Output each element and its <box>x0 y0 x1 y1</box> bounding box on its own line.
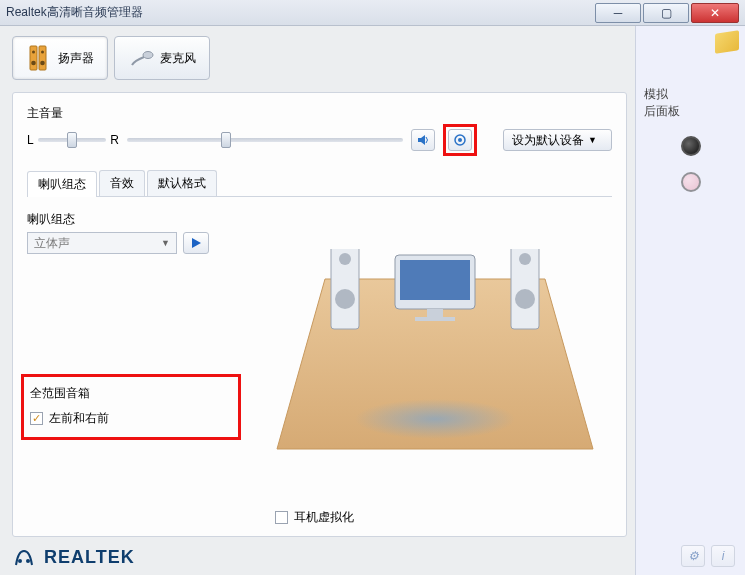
subtab-speaker-config[interactable]: 喇叭组态 <box>27 171 97 197</box>
main-volume-label: 主音量 <box>27 105 612 122</box>
sound-effects-button[interactable] <box>448 129 472 151</box>
headphone-virt-checkbox[interactable] <box>275 511 288 524</box>
jack-mic[interactable] <box>681 172 701 192</box>
speaker-config-select[interactable]: 立体声 ▼ <box>27 232 177 254</box>
svg-point-16 <box>515 289 535 309</box>
balance-slider[interactable]: L R <box>27 133 119 147</box>
info-button[interactable]: i <box>711 545 735 567</box>
svg-point-6 <box>143 52 153 59</box>
equalizer-icon <box>453 133 467 147</box>
side-label-rear: 后面板 <box>644 103 737 120</box>
svg-point-4 <box>31 61 36 66</box>
close-button[interactable]: ✕ <box>691 3 739 23</box>
volume-slider[interactable] <box>127 138 403 142</box>
main-volume-row: L R 设为默 <box>27 124 612 156</box>
svg-point-12 <box>339 253 351 265</box>
front-lr-checkbox[interactable] <box>30 412 43 425</box>
advanced-button[interactable]: ⚙ <box>681 545 705 567</box>
jack-lineout[interactable] <box>681 136 701 156</box>
full-range-title: 全范围音箱 <box>30 385 208 402</box>
speaker-config-value: 立体声 <box>34 235 70 252</box>
folder-icon[interactable] <box>715 30 739 53</box>
svg-rect-18 <box>400 260 470 300</box>
speaker-icon <box>26 43 52 73</box>
tab-speakers[interactable]: 扬声器 <box>12 36 108 80</box>
svg-point-8 <box>458 138 462 142</box>
minimize-button[interactable]: ─ <box>595 3 641 23</box>
test-play-button[interactable] <box>183 232 209 254</box>
headphone-virt-label: 耳机虚拟化 <box>294 509 354 526</box>
balance-left-label: L <box>27 133 34 147</box>
balance-right-label: R <box>110 133 119 147</box>
brand-bar: REALTEK <box>12 545 627 569</box>
microphone-icon <box>128 43 154 73</box>
svg-point-3 <box>41 51 44 54</box>
content-area: 喇叭组态 立体声 ▼ 全范围音箱 <box>27 197 612 530</box>
svg-rect-0 <box>30 46 37 70</box>
room-illustration <box>275 249 595 489</box>
svg-rect-1 <box>39 46 46 70</box>
tab-speakers-label: 扬声器 <box>58 50 94 67</box>
svg-point-13 <box>335 289 355 309</box>
mute-button[interactable] <box>411 129 435 151</box>
svg-point-15 <box>519 253 531 265</box>
main-panel: 主音量 L R <box>12 92 627 537</box>
side-label-analog: 模拟 <box>644 86 737 103</box>
play-icon <box>190 237 202 249</box>
svg-point-21 <box>18 559 22 563</box>
chevron-down-icon: ▼ <box>588 135 597 145</box>
svg-point-10 <box>355 399 515 439</box>
svg-point-2 <box>32 51 35 54</box>
svg-rect-20 <box>415 317 455 321</box>
chevron-down-icon: ▼ <box>161 238 170 248</box>
sound-icon <box>416 133 430 147</box>
sub-tabs: 喇叭组态 音效 默认格式 <box>27 170 612 197</box>
tab-microphone[interactable]: 麦克风 <box>114 36 210 80</box>
set-default-label: 设为默认设备 <box>512 132 584 149</box>
svg-rect-19 <box>427 309 443 317</box>
title-bar: Realtek高清晰音频管理器 ─ ▢ ✕ <box>0 0 745 26</box>
front-lr-label: 左前和右前 <box>49 410 109 427</box>
speaker-config-title: 喇叭组态 <box>27 211 247 228</box>
tab-mic-label: 麦克风 <box>160 50 196 67</box>
subtab-default-format[interactable]: 默认格式 <box>147 170 217 196</box>
subtab-sound-effects[interactable]: 音效 <box>99 170 145 196</box>
maximize-button[interactable]: ▢ <box>643 3 689 23</box>
svg-point-5 <box>40 61 45 66</box>
side-panel: 模拟 后面板 ⚙ i <box>635 26 745 575</box>
brand-text: REALTEK <box>44 547 135 568</box>
svg-point-22 <box>26 559 30 563</box>
realtek-logo-icon <box>12 545 36 569</box>
device-tabs: 扬声器 麦克风 <box>12 36 627 80</box>
set-default-button[interactable]: 设为默认设备 ▼ <box>503 129 612 151</box>
window-title: Realtek高清晰音频管理器 <box>6 4 143 21</box>
highlighted-section-2: 全范围音箱 左前和右前 <box>21 374 241 440</box>
speaker-stage: 耳机虚拟化 <box>261 211 612 530</box>
highlighted-button-1 <box>443 124 477 156</box>
